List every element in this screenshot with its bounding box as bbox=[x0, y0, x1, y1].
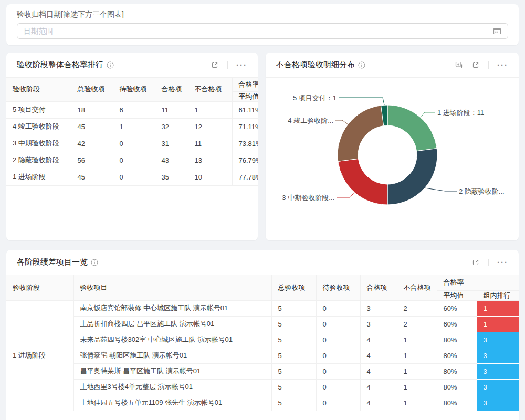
info-icon[interactable] bbox=[358, 61, 365, 69]
cell-pending: 0 bbox=[316, 379, 360, 395]
cell-pending: 0 bbox=[316, 332, 360, 348]
cell-pending: 0 bbox=[113, 135, 155, 152]
rank-badge-cell: 1 bbox=[477, 300, 519, 316]
donut-label-line bbox=[337, 192, 354, 197]
col-stage: 验收阶段 bbox=[6, 275, 74, 300]
donut-label-line bbox=[421, 112, 435, 118]
cell-stage-group: 1 进场阶段 bbox=[6, 300, 74, 411]
fail-items-donut-chart: 1 进场阶段：112 隐蔽验收阶...3 中期验收阶段...4 竣工验收阶...… bbox=[266, 78, 519, 240]
donut-label: 3 中期验收阶段... bbox=[282, 194, 334, 202]
col-rate-group: 合格率 bbox=[232, 78, 258, 91]
divider bbox=[227, 61, 228, 69]
save-image-icon[interactable] bbox=[455, 61, 463, 69]
donut-slice-1[interactable] bbox=[387, 105, 437, 151]
cell-fail: 10 bbox=[188, 169, 232, 185]
donut-slice-2[interactable] bbox=[387, 149, 437, 205]
pass-rate-ranking-table: 验收阶段 总验收项 待验收项 合格项 不合格项 合格率 平均值 5 项目交付18… bbox=[6, 78, 258, 186]
cell-project: 昌平奥特莱斯 昌平区施工队 演示帐号01 bbox=[74, 363, 271, 379]
cell-avg: 77.78% bbox=[232, 169, 258, 185]
date-range-input[interactable] bbox=[24, 27, 493, 35]
donut-label: 2 隐蔽验收阶... bbox=[459, 187, 505, 195]
date-range-picker[interactable] bbox=[17, 23, 508, 39]
cell-total: 5 bbox=[271, 348, 316, 363]
rank-badge-cell: 3 bbox=[477, 363, 519, 379]
cell-pending: 6 bbox=[113, 101, 155, 118]
cell-total: 5 bbox=[271, 316, 316, 332]
cell-stage: 3 中期验收阶段 bbox=[6, 135, 71, 152]
col-project: 验收项目 bbox=[74, 275, 271, 300]
cell-fail: 1 bbox=[188, 101, 232, 118]
cell-pass: 31 bbox=[155, 135, 188, 152]
cell-fail: 13 bbox=[188, 152, 232, 169]
col-total: 总验收项 bbox=[71, 78, 113, 101]
cell-pass: 4 bbox=[360, 348, 397, 363]
col-fail: 不合格项 bbox=[188, 78, 232, 101]
cell-pass: 3 bbox=[360, 316, 397, 332]
cell-fail: 1 bbox=[397, 395, 437, 411]
cell-project: 上地佳园五号楼五单元1109 张先生 演示帐号01 bbox=[74, 395, 271, 411]
col-pending: 待验收项 bbox=[113, 78, 155, 101]
cell-fail: 11 bbox=[188, 135, 232, 152]
cell-avg: 80% bbox=[437, 363, 477, 379]
cell-avg: 60% bbox=[437, 300, 477, 316]
export-icon[interactable] bbox=[471, 258, 480, 267]
table-row: 未来品苑四号楼302室 中心城区施工队 演示帐号01504180%3 bbox=[6, 332, 519, 348]
cell-fail: 1 bbox=[397, 332, 437, 348]
cell-project: 上品折扣商楼四层 昌平区施工队 演示帐号01 bbox=[74, 316, 271, 332]
info-icon[interactable] bbox=[91, 259, 98, 266]
donut-slice-3[interactable] bbox=[338, 159, 387, 205]
cell-pending: 0 bbox=[113, 169, 155, 185]
cell-stage: 1 进场阶段 bbox=[6, 169, 71, 185]
calendar-icon[interactable] bbox=[493, 27, 501, 35]
table-row: 张倩豪宅 朝阳区施工队 演示帐号01504180%3 bbox=[6, 348, 519, 363]
more-icon[interactable]: ··· bbox=[236, 61, 247, 69]
fail-items-distribution-card: 不合格项验收明细分布 bbox=[266, 52, 519, 240]
export-icon[interactable] bbox=[211, 61, 219, 69]
worst-projects-table: 验收阶段 验收项目 总验收项 待验收项 合格项 不合格项 合格率 平均值 组内排… bbox=[6, 275, 519, 411]
donut-label-line bbox=[335, 120, 348, 124]
cell-project: 南京饭店宾馆部装修 中心城区施工队 演示帐号01 bbox=[74, 300, 271, 316]
cell-avg: 80% bbox=[437, 348, 477, 363]
cell-avg: 80% bbox=[437, 379, 477, 395]
donut-label: 5 项目交付：1 bbox=[293, 94, 337, 102]
cell-stage: 4 竣工验收阶段 bbox=[6, 118, 71, 135]
divider bbox=[488, 259, 489, 266]
info-icon[interactable] bbox=[107, 61, 114, 69]
worst-projects-title: 各阶段绩差项目一览 bbox=[17, 257, 88, 267]
table-row: 1 进场阶段450351077.78% bbox=[6, 169, 258, 185]
donut-label-line bbox=[339, 98, 384, 105]
cell-fail: 2 bbox=[397, 300, 437, 316]
col-avg: 平均值 bbox=[437, 290, 477, 300]
table-row: 4 竣工验收阶段451321271.11% bbox=[6, 118, 258, 135]
pass-rate-ranking-card: 验收阶段整体合格率排行 bbox=[6, 52, 258, 240]
dashboard-page: 验收归档日期[筛选下方三个图表] 验收阶段整体合格率排行 bbox=[0, 0, 525, 420]
rank-badge-cell: 3 bbox=[477, 348, 519, 363]
more-icon[interactable]: ··· bbox=[497, 258, 508, 266]
cell-fail: 2 bbox=[397, 316, 437, 332]
cell-pass: 4 bbox=[360, 395, 397, 411]
cell-pass: 4 bbox=[360, 379, 397, 395]
cell-total: 45 bbox=[71, 169, 113, 185]
table-row: 上品折扣商楼四层 昌平区施工队 演示帐号01503260%1 bbox=[6, 316, 519, 332]
table-row: 上地西里3号楼4单元整层 演示帐号01504180%3 bbox=[6, 379, 519, 395]
donut-label-line bbox=[425, 188, 457, 191]
table-row: 3 中期验收阶段420311173.81% bbox=[6, 135, 258, 152]
cell-pending: 1 bbox=[113, 118, 155, 135]
col-rank: 组内排行 bbox=[477, 290, 519, 300]
cell-stage: 2 隐蔽验收阶段 bbox=[6, 152, 71, 169]
date-filter-card: 验收归档日期[筛选下方三个图表] bbox=[6, 4, 519, 45]
more-icon[interactable]: ··· bbox=[497, 61, 508, 69]
date-filter-label: 验收归档日期[筛选下方三个图表] bbox=[17, 9, 508, 19]
cell-fail: 1 bbox=[397, 379, 437, 395]
col-pass: 合格项 bbox=[155, 78, 188, 101]
donut-slice-4[interactable] bbox=[338, 106, 384, 162]
cell-total: 5 bbox=[271, 379, 316, 395]
export-icon[interactable] bbox=[471, 61, 480, 69]
col-avg: 平均值 bbox=[232, 91, 258, 101]
cell-fail: 1 bbox=[397, 348, 437, 363]
rank-badge-cell: 3 bbox=[477, 395, 519, 411]
cell-fail: 1 bbox=[397, 363, 437, 379]
cell-avg: 76.79% bbox=[232, 152, 258, 169]
cell-total: 5 bbox=[271, 300, 316, 316]
cell-pass: 11 bbox=[155, 101, 188, 118]
